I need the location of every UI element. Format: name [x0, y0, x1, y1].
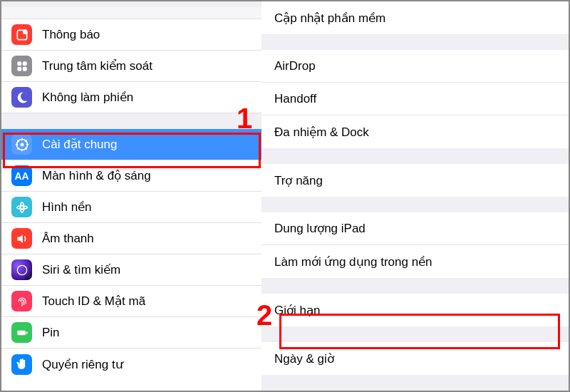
- row-multitask-dock[interactable]: Đa nhiệm & Dock: [261, 115, 569, 148]
- main-gap: [261, 197, 569, 212]
- speaker-icon: [11, 228, 32, 249]
- sidebar-item-touchid[interactable]: Touch ID & Mật mã: [1, 286, 261, 317]
- gear-icon: [11, 134, 32, 155]
- main-gap: [261, 34, 569, 50]
- row-label: Dung lượng iPad: [274, 221, 366, 236]
- svg-rect-18: [17, 330, 26, 335]
- sidebar-item-label: Không làm phiền: [42, 90, 252, 105]
- sidebar-item-label: Âm thanh: [42, 232, 252, 246]
- sidebar-item-label: Thông báo: [42, 28, 252, 42]
- sidebar-item-display[interactable]: AA Màn hình & độ sáng: [1, 160, 261, 192]
- main-gap: [261, 278, 569, 294]
- row-label: Đa nhiệm & Dock: [274, 125, 369, 140]
- row-date-time[interactable]: Ngày & giờ: [261, 342, 569, 375]
- row-background-refresh[interactable]: Làm mới ứng dụng trong nền: [261, 245, 569, 278]
- svg-point-7: [20, 143, 24, 146]
- main-gap: [261, 148, 569, 164]
- sidebar-item-label: Siri & tìm kiếm: [42, 262, 252, 277]
- row-label: Cập nhật phần mềm: [274, 11, 385, 26]
- sidebar-item-label: Màn hình & độ sáng: [42, 168, 252, 183]
- fingerprint-icon: [11, 291, 32, 311]
- sidebar-item-do-not-disturb[interactable]: Không làm phiền: [1, 82, 261, 113]
- sidebar-item-control-center[interactable]: Trung tâm kiểm soát: [1, 51, 261, 82]
- siri-icon: [11, 259, 32, 280]
- svg-rect-5: [22, 66, 26, 71]
- general-settings-panel: Cập nhật phần mềm AirDrop Handoff Đa nhi…: [261, 1, 569, 391]
- row-label: Làm mới ứng dụng trong nền: [274, 254, 432, 269]
- svg-point-17: [17, 265, 26, 274]
- sidebar-item-label: Trung tâm kiểm soát: [42, 58, 252, 73]
- battery-icon: [11, 322, 32, 343]
- svg-rect-2: [17, 61, 21, 66]
- sidebar-item-notifications[interactable]: Thông báo: [1, 19, 261, 51]
- settings-sidebar: Thông báo Trung tâm kiểm soát Không làm …: [1, 1, 261, 391]
- svg-rect-3: [22, 61, 26, 66]
- main-gap: [261, 326, 569, 342]
- sidebar-item-label: Quyền riêng tư: [42, 357, 252, 372]
- sidebar-item-label: Hình nền: [42, 200, 252, 215]
- sidebar-item-general[interactable]: Cài đặt chung: [1, 129, 261, 160]
- moon-icon: [11, 87, 32, 108]
- row-label: Giới hạn: [274, 303, 320, 318]
- hand-icon: [11, 354, 32, 375]
- sidebar-header-blank: [1, 7, 261, 19]
- sidebar-item-privacy[interactable]: Quyền riêng tư: [1, 349, 261, 380]
- sidebar-item-wallpaper[interactable]: Hình nền: [1, 192, 261, 223]
- row-label: Trợ năng: [274, 173, 323, 188]
- control-center-icon: [11, 56, 32, 76]
- wallpaper-icon: [11, 197, 32, 217]
- sidebar-header-gap: [1, 1, 261, 7]
- row-restrictions[interactable]: Giới hạn: [261, 294, 569, 326]
- sidebar-item-label: Pin: [42, 326, 252, 340]
- row-handoff[interactable]: Handoff: [261, 83, 569, 115]
- row-software-update[interactable]: Cập nhật phần mềm: [261, 1, 569, 34]
- sidebar-item-label: Touch ID & Mật mã: [42, 294, 252, 309]
- svg-rect-4: [17, 66, 21, 71]
- row-ipad-storage[interactable]: Dung lượng iPad: [261, 212, 569, 245]
- row-label: AirDrop: [274, 59, 316, 73]
- sidebar-gap: [1, 113, 261, 129]
- sidebar-item-label: Cài đặt chung: [42, 137, 252, 152]
- svg-rect-19: [26, 331, 27, 334]
- svg-point-1: [23, 30, 26, 33]
- display-icon: AA: [11, 165, 32, 186]
- row-label: Ngày & giờ: [274, 351, 334, 366]
- notifications-icon: [11, 24, 32, 45]
- sidebar-item-siri[interactable]: Siri & tìm kiếm: [1, 254, 261, 286]
- sidebar-item-sounds[interactable]: Âm thanh: [1, 223, 261, 254]
- row-airdrop[interactable]: AirDrop: [261, 50, 569, 83]
- row-accessibility[interactable]: Trợ năng: [261, 164, 569, 197]
- sidebar-item-battery[interactable]: Pin: [1, 317, 261, 349]
- row-label: Handoff: [274, 92, 316, 106]
